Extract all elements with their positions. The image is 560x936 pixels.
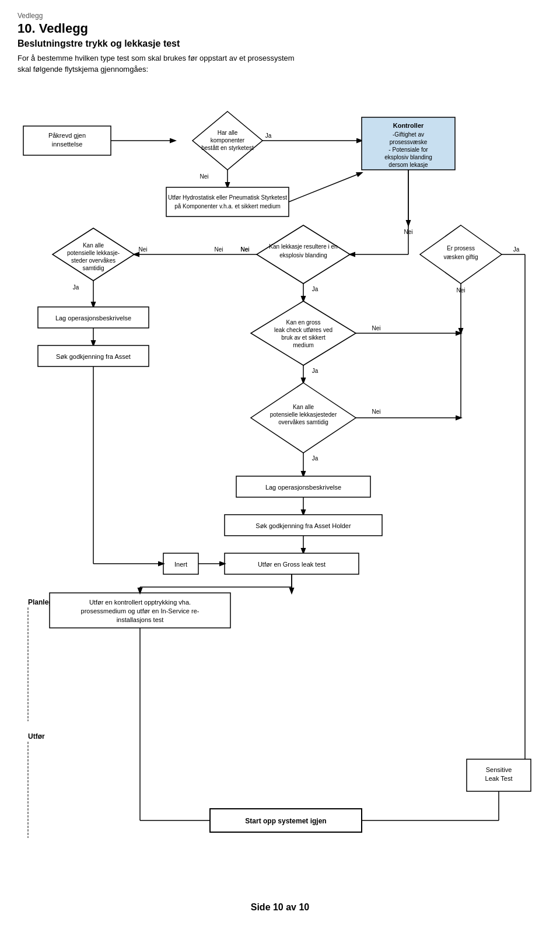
svg-text:Utfør en Gross leak test: Utfør en Gross leak test bbox=[258, 561, 326, 568]
svg-text:Kan alle: Kan alle bbox=[83, 242, 104, 249]
svg-text:væsken giftig: væsken giftig bbox=[444, 254, 478, 260]
svg-text:Kan en gross: Kan en gross bbox=[286, 319, 321, 326]
page-footer: Side 10 av 10 bbox=[18, 902, 542, 913]
svg-text:eksplosiv  blanding: eksplosiv blanding bbox=[384, 154, 432, 160]
svg-text:bestått en styrketest: bestått en styrketest bbox=[201, 145, 254, 151]
svg-text:på Komponenter v.h.a. et sikke: på Komponenter v.h.a. et sikkert medium bbox=[174, 203, 281, 209]
svg-text:Nei: Nei bbox=[404, 229, 412, 235]
svg-text:innsettelse: innsettelse bbox=[52, 141, 83, 148]
svg-text:medium: medium bbox=[293, 342, 314, 348]
svg-text:Ja: Ja bbox=[312, 368, 318, 374]
svg-text:prosessvæske: prosessvæske bbox=[390, 139, 428, 145]
svg-text:Søk godkjenning fra Asset: Søk godkjenning fra Asset bbox=[56, 353, 131, 360]
svg-text:samtidig: samtidig bbox=[82, 265, 104, 271]
svg-text:Søk godkjenning fra Asset Hold: Søk godkjenning fra Asset Holder bbox=[256, 522, 351, 529]
svg-text:Nei: Nei bbox=[372, 325, 380, 331]
svg-text:Kan lekkasje resultere i en: Kan lekkasje resultere i en bbox=[269, 243, 337, 250]
vedlegg-label: Vedlegg bbox=[18, 12, 542, 20]
svg-text:Leak Test: Leak Test bbox=[485, 775, 513, 782]
chapter-title: 10. Vedlegg bbox=[18, 21, 542, 36]
svg-text:Sensitive: Sensitive bbox=[486, 766, 512, 773]
svg-text:leak check utføres ved: leak check utføres ved bbox=[274, 327, 332, 333]
svg-text:komponenter: komponenter bbox=[211, 137, 245, 144]
subtitle-line2: skal følgende flytskjema gjennomgåes: bbox=[18, 65, 542, 74]
svg-text:Utfør Hydrostatisk eller Pneum: Utfør Hydrostatisk eller Pneumatisk Styr… bbox=[168, 194, 287, 201]
svg-marker-66 bbox=[251, 383, 356, 453]
svg-text:installasjons test: installasjons test bbox=[117, 616, 164, 623]
svg-text:- Potensiale for: - Potensiale for bbox=[388, 146, 428, 153]
svg-text:potensielle lekkasjesteder: potensielle lekkasjesteder bbox=[270, 411, 337, 418]
svg-line-22 bbox=[289, 173, 362, 202]
svg-text:Utfør: Utfør bbox=[28, 732, 45, 741]
svg-text:Utfør en kontrollert opptrykki: Utfør en kontrollert opptrykking vha. bbox=[89, 599, 191, 606]
svg-text:Ja: Ja bbox=[73, 284, 79, 291]
svg-text:overvåkes samtidig: overvåkes samtidig bbox=[278, 419, 328, 425]
svg-text:potensielle lekkasje-: potensielle lekkasje- bbox=[67, 250, 120, 256]
svg-text:Ja: Ja bbox=[312, 455, 318, 462]
svg-rect-19 bbox=[166, 187, 289, 216]
page-title: Beslutningstre trykk og lekkasje test bbox=[18, 39, 542, 49]
flowchart-diagram: Påkrevd gjen innsettelse Har alle kompon… bbox=[18, 79, 542, 885]
svg-text:Nei: Nei bbox=[214, 246, 223, 253]
svg-text:eksplosiv blanding: eksplosiv blanding bbox=[279, 252, 327, 259]
svg-text:Start opp systemet igjen: Start opp systemet igjen bbox=[245, 817, 326, 825]
svg-text:Nei: Nei bbox=[240, 246, 249, 253]
svg-text:Nei: Nei bbox=[372, 408, 380, 415]
svg-text:Har alle: Har alle bbox=[218, 130, 238, 136]
svg-text:dersom lekasje: dersom lekasje bbox=[388, 162, 428, 168]
svg-text:Er prosess: Er prosess bbox=[447, 245, 475, 252]
svg-text:Ja: Ja bbox=[513, 246, 520, 253]
svg-text:Lag operasjonsbeskrivelse: Lag operasjonsbeskrivelse bbox=[265, 484, 341, 491]
svg-text:Kan alle: Kan alle bbox=[293, 404, 314, 410]
svg-text:Inert: Inert bbox=[174, 561, 187, 568]
svg-text:Ja: Ja bbox=[265, 132, 272, 139]
svg-marker-51 bbox=[251, 301, 356, 365]
svg-text:prosessmedium og utfør en In-S: prosessmedium og utfør en In-Service re- bbox=[81, 607, 200, 614]
svg-text:Ja: Ja bbox=[312, 286, 318, 292]
svg-text:Nei: Nei bbox=[200, 173, 208, 180]
svg-text:steder overvåkes: steder overvåkes bbox=[71, 257, 116, 264]
svg-text:bruk av et sikkert: bruk av et sikkert bbox=[281, 334, 326, 341]
svg-text:Nei: Nei bbox=[138, 246, 147, 253]
svg-text:Påkrevd gjen: Påkrevd gjen bbox=[48, 132, 86, 139]
subtitle-line1: For å bestemme hvilken type test som ska… bbox=[18, 54, 542, 62]
svg-text:Lag operasjonsbeskrivelse: Lag operasjonsbeskrivelse bbox=[55, 315, 131, 322]
svg-text:Kontroller: Kontroller bbox=[393, 122, 424, 129]
svg-text:-Giftighet av: -Giftighet av bbox=[393, 131, 424, 138]
